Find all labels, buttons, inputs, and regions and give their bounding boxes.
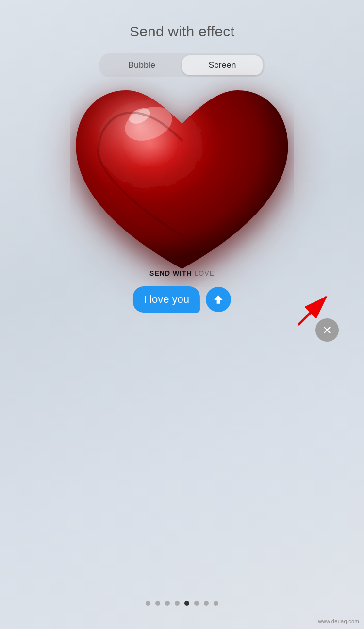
pagination-dot-2 — [155, 601, 160, 606]
send-with-light: LOVE — [192, 269, 215, 277]
pagination-dot-4 — [175, 601, 180, 606]
cancel-button[interactable] — [315, 318, 339, 342]
pagination-dot-8 — [214, 601, 218, 606]
watermark: www.deuaq.com — [318, 618, 359, 624]
heart-effect — [61, 63, 303, 296]
send-button[interactable] — [206, 287, 231, 312]
send-with-label: SEND WITH LOVE — [149, 269, 215, 277]
pagination-dot-5 — [184, 601, 189, 606]
message-bubble: I love you — [133, 286, 200, 313]
pagination-dots — [146, 601, 218, 606]
send-with-bold: SEND WITH — [149, 269, 192, 277]
page-title: Send with effect — [0, 0, 364, 40]
pagination-dot-1 — [146, 601, 150, 606]
pagination-dot-7 — [204, 601, 209, 606]
x-mark-icon — [322, 325, 332, 335]
pagination-dot-6 — [194, 601, 199, 606]
pagination-dot-3 — [165, 601, 170, 606]
message-area: I love you — [133, 286, 231, 313]
arrow-up-icon — [212, 293, 225, 306]
